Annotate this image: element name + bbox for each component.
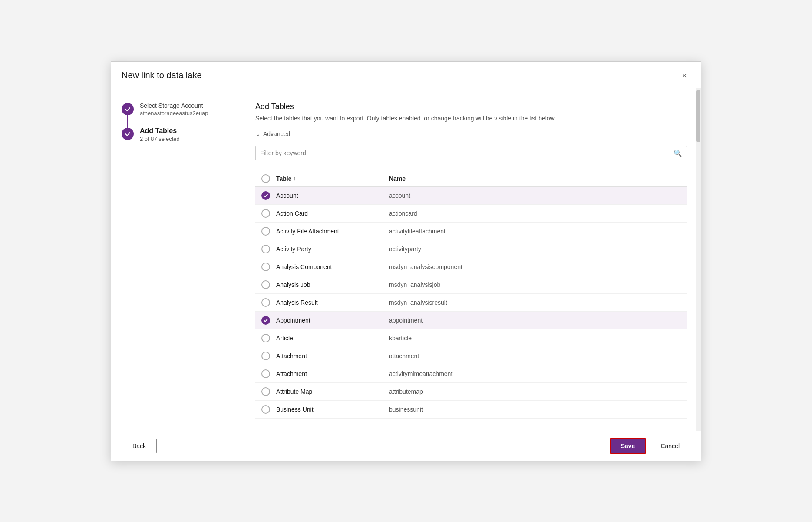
row-check-9[interactable]: [255, 352, 276, 360]
advanced-toggle[interactable]: ⌄ Advanced: [255, 130, 687, 137]
advanced-label: Advanced: [263, 130, 290, 137]
row-check-5[interactable]: [255, 280, 276, 289]
dialog-footer: Back Save Cancel: [111, 431, 701, 461]
cell-table-11: Attribute Map: [276, 388, 389, 395]
cell-table-12: Business Unit: [276, 406, 389, 413]
dialog-title: New link to data lake: [122, 70, 202, 80]
cell-name-0: account: [389, 192, 687, 199]
step-content-0: Select Storage Account athenastorageeast…: [140, 102, 208, 116]
radio-unchecked-9[interactable]: [261, 352, 270, 360]
cell-table-3: Activity Party: [276, 246, 389, 253]
row-check-6[interactable]: [255, 298, 276, 307]
table-row: Attribute Mapattributemap: [255, 383, 687, 401]
cell-name-2: activityfileattachment: [389, 228, 687, 235]
radio-unchecked-8[interactable]: [261, 334, 270, 342]
radio-unchecked-12[interactable]: [261, 405, 270, 414]
section-title: Add Tables: [255, 102, 687, 111]
row-check-11[interactable]: [255, 387, 276, 396]
row-check-8[interactable]: [255, 334, 276, 342]
table-row: Analysis Componentmsdyn_analysiscomponen…: [255, 258, 687, 276]
table-row: Attachmentattachment: [255, 347, 687, 365]
row-check-4[interactable]: [255, 263, 276, 271]
filter-row: 🔍: [255, 146, 687, 160]
radio-unchecked-11[interactable]: [261, 387, 270, 396]
step-content-1: Add Tables 2 of 87 selected: [140, 127, 180, 142]
radio-checked-7[interactable]: [261, 316, 270, 325]
radio-unchecked-2[interactable]: [261, 227, 270, 236]
table-row: Analysis Resultmsdyn_analysisresult: [255, 294, 687, 312]
radio-unchecked-1[interactable]: [261, 209, 270, 218]
close-button[interactable]: ×: [678, 70, 690, 82]
col-header-table: Table ↑: [276, 175, 389, 182]
row-check-3[interactable]: [255, 245, 276, 253]
table-row: Attachmentactivitymimeattachment: [255, 365, 687, 383]
cell-table-1: Action Card: [276, 210, 389, 217]
row-check-7[interactable]: [255, 316, 276, 325]
radio-unchecked-3[interactable]: [261, 245, 270, 253]
col-header-name: Name: [389, 175, 687, 182]
step-label-0: Select Storage Account: [140, 102, 208, 109]
scroll-thumb: [696, 90, 700, 142]
radio-checked-0[interactable]: [261, 191, 270, 200]
table-row: Business Unitbusinessunit: [255, 401, 687, 419]
table-row: Action Cardactioncard: [255, 205, 687, 223]
table-row: Accountaccount: [255, 187, 687, 205]
back-button[interactable]: Back: [122, 439, 157, 453]
cell-table-5: Analysis Job: [276, 281, 389, 288]
save-button[interactable]: Save: [610, 438, 647, 454]
scrollbar[interactable]: [696, 88, 701, 431]
main-content: Add Tables Select the tables that you wa…: [241, 88, 701, 431]
table-header: Table ↑ Name: [255, 171, 687, 187]
cell-name-11: attributemap: [389, 388, 687, 395]
cell-name-12: businessunit: [389, 406, 687, 413]
cell-table-0: Account: [276, 192, 389, 199]
footer-right: Save Cancel: [610, 438, 690, 454]
step-circle-1: [122, 128, 134, 140]
table-area: Table ↑ Name AccountaccountAction Cardac…: [255, 171, 687, 431]
row-check-12[interactable]: [255, 405, 276, 414]
chevron-down-icon: ⌄: [255, 130, 261, 137]
sort-arrow-icon[interactable]: ↑: [294, 176, 296, 182]
row-check-0[interactable]: [255, 191, 276, 200]
search-icon: 🔍: [673, 149, 682, 157]
dialog: New link to data lake × Select Storage A…: [111, 61, 701, 461]
cancel-button[interactable]: Cancel: [650, 439, 690, 453]
cell-table-7: Appointment: [276, 317, 389, 324]
dialog-header: New link to data lake ×: [111, 62, 701, 88]
filter-input[interactable]: [260, 150, 673, 156]
step-select-storage: Select Storage Account athenastorageeast…: [122, 102, 231, 116]
cell-table-4: Analysis Component: [276, 263, 389, 270]
radio-unchecked-6[interactable]: [261, 298, 270, 307]
dialog-body: Select Storage Account athenastorageeast…: [111, 88, 701, 431]
header-check[interactable]: [255, 174, 276, 183]
cell-name-4: msdyn_analysiscomponent: [389, 263, 687, 270]
select-all-radio[interactable]: [261, 174, 270, 183]
cell-table-9: Attachment: [276, 352, 389, 359]
cell-table-2: Activity File Attachment: [276, 228, 389, 235]
radio-unchecked-4[interactable]: [261, 263, 270, 271]
sidebar: Select Storage Account athenastorageeast…: [111, 88, 241, 431]
cell-name-9: attachment: [389, 352, 687, 359]
row-check-1[interactable]: [255, 209, 276, 218]
cell-name-5: msdyn_analysisjob: [389, 281, 687, 288]
table-row: Appointmentappointment: [255, 312, 687, 329]
step-add-tables: Add Tables 2 of 87 selected: [122, 127, 231, 142]
cell-name-6: msdyn_analysisresult: [389, 299, 687, 306]
row-check-10[interactable]: [255, 369, 276, 378]
step-sublabel-0: athenastorageeastus2euap: [140, 110, 208, 116]
table-row: Activity Partyactivityparty: [255, 240, 687, 258]
cell-table-6: Analysis Result: [276, 299, 389, 306]
table-row: Articlekbarticle: [255, 329, 687, 347]
section-desc: Select the tables that you want to expor…: [255, 115, 687, 122]
table-rows: AccountaccountAction CardactioncardActiv…: [255, 187, 687, 419]
cell-name-8: kbarticle: [389, 335, 687, 342]
step-circle-0: [122, 103, 134, 115]
row-check-2[interactable]: [255, 227, 276, 236]
radio-unchecked-5[interactable]: [261, 280, 270, 289]
cell-name-1: actioncard: [389, 210, 687, 217]
radio-unchecked-10[interactable]: [261, 369, 270, 378]
cell-table-10: Attachment: [276, 370, 389, 377]
cell-name-7: appointment: [389, 317, 687, 324]
cell-name-10: activitymimeattachment: [389, 370, 687, 377]
step-label-1: Add Tables: [140, 127, 180, 135]
